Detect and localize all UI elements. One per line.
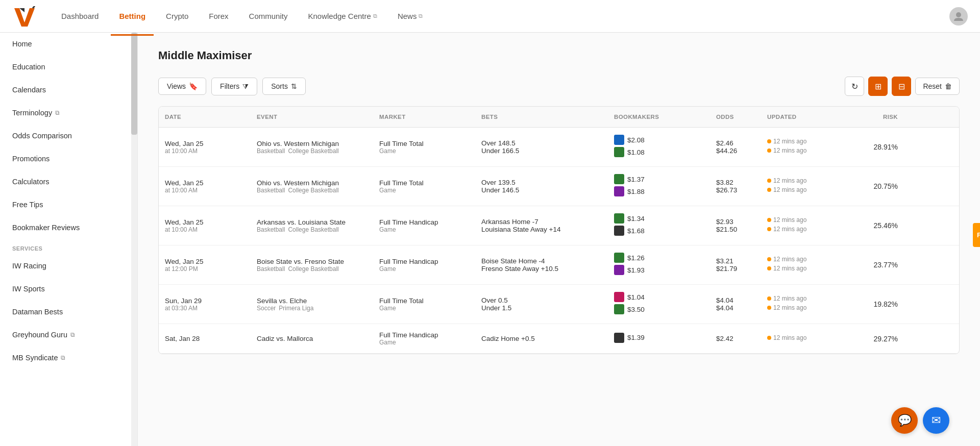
cell-risk: 23.77% xyxy=(853,254,904,276)
cell-market: Full Time Handicap Game xyxy=(373,324,475,353)
sidebar-item-calendars[interactable]: Calendars xyxy=(0,79,137,102)
refresh-icon: ↻ xyxy=(851,82,858,91)
top-navigation: Dashboard Betting Crypto Forex Community… xyxy=(0,0,980,33)
table-row[interactable]: Sat, Jan 28 Cadiz vs. Mallorca Full Time… xyxy=(159,324,959,354)
bookmaker-icon xyxy=(614,147,624,157)
cell-odds: $4.04 $4.04 xyxy=(710,289,761,319)
trash-icon: 🗑 xyxy=(945,82,952,90)
sidebar-item-iw-racing[interactable]: IW Racing xyxy=(0,255,137,278)
list-icon: ⊟ xyxy=(898,82,905,91)
bookmark-icon: 🔖 xyxy=(189,82,198,90)
bookmaker-icon xyxy=(614,333,624,343)
sidebar-item-odds-comparison[interactable]: Odds Comparison xyxy=(0,125,137,147)
cell-market: Full Time Total Game xyxy=(373,133,475,162)
table-row[interactable]: Wed, Jan 25 at 10:00 AM Arkansas vs. Lou… xyxy=(159,206,959,245)
table-row[interactable]: Wed, Jan 25 at 10:00 AM Ohio vs. Western… xyxy=(159,167,959,206)
external-link-icon: ⧉ xyxy=(61,354,65,361)
table-row[interactable]: Sun, Jan 29 at 03:30 AM Sevilla vs. Elch… xyxy=(159,285,959,324)
sidebar-item-bookmaker-reviews[interactable]: Bookmaker Reviews xyxy=(0,216,137,239)
updated-dot xyxy=(767,296,771,301)
table-header: DATE EVENT MARKET BETS BOOKMAKERS ODDS U… xyxy=(159,107,959,128)
cell-updated: 12 mins ago 12 mins ago xyxy=(761,170,853,203)
nav-betting[interactable]: Betting xyxy=(111,8,154,24)
cell-event: Arkansas vs. Louisiana State Basketball … xyxy=(251,211,373,240)
th-date: DATE xyxy=(159,107,251,127)
cell-updated: 12 mins ago 12 mins ago xyxy=(761,131,853,163)
grid-view-button[interactable]: ⊞ xyxy=(868,77,888,96)
external-link-icon: ⧉ xyxy=(373,13,377,19)
app-body: Home Education Calendars Terminology ⧉ O… xyxy=(0,33,980,446)
cell-updated: 12 mins ago 12 mins ago xyxy=(761,249,853,281)
cell-bets: Over 148.5 Under 166.5 xyxy=(475,132,608,162)
sidebar-scrollbar[interactable] xyxy=(131,33,137,446)
sidebar-item-education[interactable]: Education xyxy=(0,56,137,79)
sidebar-item-calculators[interactable]: Calculators xyxy=(0,170,137,193)
cell-bets: Arkansas Home -7 Louisiana State Away +1… xyxy=(475,211,608,240)
th-risk: RISK xyxy=(853,107,904,127)
bookmaker-icon xyxy=(614,213,624,224)
sidebar-item-promotions[interactable]: Promotions xyxy=(0,147,137,170)
external-link-icon: ⧉ xyxy=(55,109,60,116)
bookmaker-icon xyxy=(614,174,624,184)
cell-odds: $2.93 $21.50 xyxy=(710,211,761,240)
sidebar-item-terminology[interactable]: Terminology ⧉ xyxy=(0,102,137,125)
refresh-button[interactable]: ↻ xyxy=(845,77,864,96)
sidebar-item-iw-sports[interactable]: IW Sports xyxy=(0,278,137,301)
sidebar-item-greyhound-guru[interactable]: Greyhound Guru ⧉ xyxy=(0,324,137,346)
updated-dot xyxy=(767,306,771,310)
grid-icon: ⊞ xyxy=(875,82,881,91)
nav-news[interactable]: News ⧉ xyxy=(389,8,431,24)
filter-icon: ⧩ xyxy=(242,82,249,91)
cell-date: Sat, Jan 28 xyxy=(159,328,251,350)
nav-community[interactable]: Community xyxy=(241,8,296,24)
nav-dashboard[interactable]: Dashboard xyxy=(53,8,107,24)
cell-risk: 25.46% xyxy=(853,214,904,237)
sidebar-item-mb-syndicate[interactable]: MB Syndicate ⧉ xyxy=(0,346,137,369)
reset-button[interactable]: Reset 🗑 xyxy=(915,78,960,95)
cell-date: Wed, Jan 25 at 12:00 PM xyxy=(159,251,251,280)
cell-bookmakers: $1.39 xyxy=(608,326,710,352)
cell-odds: $2.42 xyxy=(710,328,761,350)
main-content: Middle Maximiser Views 🔖 Filters ⧩ Sorts… xyxy=(138,33,980,446)
views-button[interactable]: Views 🔖 xyxy=(158,78,206,95)
updated-dot xyxy=(767,188,771,192)
updated-dot xyxy=(767,266,771,270)
cell-event: Cadiz vs. Mallorca xyxy=(251,328,373,350)
logo[interactable] xyxy=(12,6,37,27)
user-avatar[interactable] xyxy=(949,7,968,26)
cell-bets: Over 0.5 Under 1.5 xyxy=(475,289,608,319)
cell-risk: 29.27% xyxy=(853,328,904,350)
sidebar-item-dataman-bests[interactable]: Dataman Bests xyxy=(0,301,137,324)
table-row[interactable]: Wed, Jan 25 at 12:00 PM Boise State vs. … xyxy=(159,245,959,285)
cell-risk: 20.75% xyxy=(853,175,904,197)
sorts-button[interactable]: Sorts ⇅ xyxy=(262,78,306,95)
cell-odds: $3.21 $21.79 xyxy=(710,250,761,280)
updated-dot xyxy=(767,179,771,183)
sidebar-item-free-tips[interactable]: Free Tips xyxy=(0,193,137,216)
message-icon: ✉ xyxy=(932,414,941,427)
nav-crypto[interactable]: Crypto xyxy=(158,8,197,24)
cell-date: Sun, Jan 29 at 03:30 AM xyxy=(159,290,251,319)
chat-icon: 💬 xyxy=(898,414,912,427)
cell-bets: Over 139.5 Under 146.5 xyxy=(475,171,608,201)
sidebar-scroll-thumb[interactable] xyxy=(131,33,137,135)
cell-date: Wed, Jan 25 at 10:00 AM xyxy=(159,133,251,162)
cell-bookmakers: $1.26 $1.93 xyxy=(608,245,710,284)
page-title: Middle Maximiser xyxy=(158,49,960,62)
chat-button-1[interactable]: 💬 xyxy=(891,407,918,434)
cell-risk: 19.82% xyxy=(853,293,904,315)
cell-bets: Boise State Home -4 Fresno State Away +1… xyxy=(475,250,608,280)
filters-button[interactable]: Filters ⧩ xyxy=(211,78,257,95)
feedback-tab[interactable]: Feedback xyxy=(973,223,980,247)
nav-forex[interactable]: Forex xyxy=(201,8,236,24)
chat-button-2[interactable]: ✉ xyxy=(923,407,949,434)
list-view-button[interactable]: ⊟ xyxy=(892,77,911,96)
cell-date: Wed, Jan 25 at 10:00 AM xyxy=(159,211,251,240)
sidebar-item-home[interactable]: Home xyxy=(0,33,137,56)
external-link-icon: ⧉ xyxy=(419,13,423,19)
th-market: MARKET xyxy=(373,107,475,127)
table-row[interactable]: Wed, Jan 25 at 10:00 AM Ohio vs. Western… xyxy=(159,128,959,167)
cell-date: Wed, Jan 25 at 10:00 AM xyxy=(159,172,251,201)
cell-bookmakers: $1.37 $1.88 xyxy=(608,167,710,206)
nav-knowledge-centre[interactable]: Knowledge Centre ⧉ xyxy=(300,8,385,24)
